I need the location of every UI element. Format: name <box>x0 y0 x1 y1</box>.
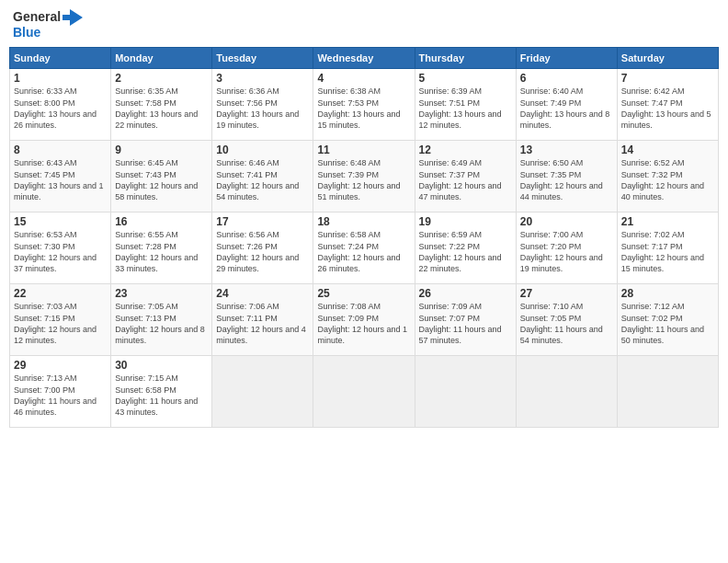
day-cell: 16Sunrise: 6:55 AMSunset: 7:28 PMDayligh… <box>111 213 212 284</box>
day-info: Sunrise: 7:08 AMSunset: 7:09 PMDaylight:… <box>317 301 410 346</box>
day-number: 11 <box>317 144 410 156</box>
day-number: 30 <box>115 359 208 372</box>
day-number: 20 <box>520 215 613 228</box>
day-number: 27 <box>520 287 613 300</box>
day-cell <box>516 356 617 428</box>
day-cell <box>212 356 313 428</box>
day-cell: 12Sunrise: 6:49 AMSunset: 7:37 PMDayligh… <box>415 141 516 213</box>
day-cell: 13Sunrise: 6:50 AMSunset: 7:35 PMDayligh… <box>516 141 617 213</box>
day-info: Sunrise: 7:05 AMSunset: 7:13 PMDaylight:… <box>115 301 208 346</box>
day-info: Sunrise: 6:42 AMSunset: 7:47 PMDaylight:… <box>621 86 714 131</box>
day-number: 12 <box>419 144 512 156</box>
day-info: Sunrise: 6:43 AMSunset: 7:45 PMDaylight:… <box>14 157 107 202</box>
day-number: 15 <box>14 215 107 228</box>
day-cell: 21Sunrise: 7:02 AMSunset: 7:17 PMDayligh… <box>617 213 718 284</box>
day-number: 19 <box>419 215 512 228</box>
day-cell: 27Sunrise: 7:10 AMSunset: 7:05 PMDayligh… <box>516 284 617 356</box>
day-number: 23 <box>115 287 208 300</box>
day-cell: 22Sunrise: 7:03 AMSunset: 7:15 PMDayligh… <box>10 284 111 356</box>
col-header-sunday: Sunday <box>10 48 111 69</box>
day-info: Sunrise: 6:35 AMSunset: 7:58 PMDaylight:… <box>115 86 208 131</box>
day-info: Sunrise: 7:12 AMSunset: 7:02 PMDaylight:… <box>621 301 714 346</box>
day-number: 3 <box>216 72 309 85</box>
day-info: Sunrise: 6:58 AMSunset: 7:24 PMDaylight:… <box>317 229 410 274</box>
page-header: General Blue <box>9 9 719 40</box>
day-info: Sunrise: 6:39 AMSunset: 7:51 PMDaylight:… <box>419 86 512 131</box>
day-info: Sunrise: 7:13 AMSunset: 7:00 PMDaylight:… <box>14 373 107 418</box>
day-cell: 14Sunrise: 6:52 AMSunset: 7:32 PMDayligh… <box>617 141 718 213</box>
week-row-1: 8Sunrise: 6:43 AMSunset: 7:45 PMDaylight… <box>10 141 719 213</box>
day-cell: 15Sunrise: 6:53 AMSunset: 7:30 PMDayligh… <box>10 213 111 284</box>
day-number: 10 <box>216 144 309 156</box>
day-number: 17 <box>216 215 309 228</box>
day-info: Sunrise: 6:38 AMSunset: 7:53 PMDaylight:… <box>317 86 410 131</box>
day-info: Sunrise: 7:09 AMSunset: 7:07 PMDaylight:… <box>419 301 512 346</box>
day-number: 14 <box>621 144 714 156</box>
day-info: Sunrise: 6:56 AMSunset: 7:26 PMDaylight:… <box>216 229 309 274</box>
day-number: 22 <box>14 287 107 300</box>
week-row-3: 22Sunrise: 7:03 AMSunset: 7:15 PMDayligh… <box>10 284 719 356</box>
day-cell: 3Sunrise: 6:36 AMSunset: 7:56 PMDaylight… <box>212 69 313 141</box>
day-cell: 6Sunrise: 6:40 AMSunset: 7:49 PMDaylight… <box>516 69 617 141</box>
day-info: Sunrise: 6:52 AMSunset: 7:32 PMDaylight:… <box>621 157 714 202</box>
day-cell <box>617 356 718 428</box>
day-cell: 24Sunrise: 7:06 AMSunset: 7:11 PMDayligh… <box>212 284 313 356</box>
day-cell: 1Sunrise: 6:33 AMSunset: 8:00 PMDaylight… <box>10 69 111 141</box>
header-row: SundayMondayTuesdayWednesdayThursdayFrid… <box>10 48 719 69</box>
day-cell: 8Sunrise: 6:43 AMSunset: 7:45 PMDaylight… <box>10 141 111 213</box>
day-number: 6 <box>520 72 613 85</box>
day-cell: 11Sunrise: 6:48 AMSunset: 7:39 PMDayligh… <box>313 141 415 213</box>
logo: General Blue <box>13 9 83 40</box>
day-info: Sunrise: 6:45 AMSunset: 7:43 PMDaylight:… <box>115 157 208 202</box>
logo-blue-text: Blue <box>13 26 83 40</box>
day-number: 7 <box>621 72 714 85</box>
day-cell: 25Sunrise: 7:08 AMSunset: 7:09 PMDayligh… <box>313 284 415 356</box>
day-info: Sunrise: 6:50 AMSunset: 7:35 PMDaylight:… <box>520 157 613 202</box>
col-header-saturday: Saturday <box>617 48 718 69</box>
day-cell: 30Sunrise: 7:15 AMSunset: 6:58 PMDayligh… <box>111 356 212 428</box>
day-info: Sunrise: 7:00 AMSunset: 7:20 PMDaylight:… <box>520 229 613 274</box>
day-info: Sunrise: 6:49 AMSunset: 7:37 PMDaylight:… <box>419 157 512 202</box>
day-info: Sunrise: 7:15 AMSunset: 6:58 PMDaylight:… <box>115 373 208 418</box>
day-cell: 26Sunrise: 7:09 AMSunset: 7:07 PMDayligh… <box>415 284 516 356</box>
day-number: 5 <box>419 72 512 85</box>
day-cell: 4Sunrise: 6:38 AMSunset: 7:53 PMDaylight… <box>313 69 415 141</box>
week-row-0: 1Sunrise: 6:33 AMSunset: 8:00 PMDaylight… <box>10 69 719 141</box>
day-number: 29 <box>14 359 107 372</box>
day-cell: 9Sunrise: 6:45 AMSunset: 7:43 PMDaylight… <box>111 141 212 213</box>
col-header-thursday: Thursday <box>415 48 516 69</box>
day-cell: 29Sunrise: 7:13 AMSunset: 7:00 PMDayligh… <box>10 356 111 428</box>
day-cell: 23Sunrise: 7:05 AMSunset: 7:13 PMDayligh… <box>111 284 212 356</box>
day-info: Sunrise: 6:46 AMSunset: 7:41 PMDaylight:… <box>216 157 309 202</box>
day-cell: 7Sunrise: 6:42 AMSunset: 7:47 PMDaylight… <box>617 69 718 141</box>
day-number: 13 <box>520 144 613 156</box>
day-info: Sunrise: 6:40 AMSunset: 7:49 PMDaylight:… <box>520 86 613 131</box>
day-cell: 5Sunrise: 6:39 AMSunset: 7:51 PMDaylight… <box>415 69 516 141</box>
day-number: 9 <box>115 144 208 156</box>
day-info: Sunrise: 6:48 AMSunset: 7:39 PMDaylight:… <box>317 157 410 202</box>
week-row-2: 15Sunrise: 6:53 AMSunset: 7:30 PMDayligh… <box>10 213 719 284</box>
day-number: 18 <box>317 215 410 228</box>
day-cell <box>313 356 415 428</box>
day-number: 26 <box>419 287 512 300</box>
day-number: 1 <box>14 72 107 85</box>
day-number: 21 <box>621 215 714 228</box>
day-info: Sunrise: 7:02 AMSunset: 7:17 PMDaylight:… <box>621 229 714 274</box>
day-number: 8 <box>14 144 107 156</box>
day-cell: 28Sunrise: 7:12 AMSunset: 7:02 PMDayligh… <box>617 284 718 356</box>
day-number: 2 <box>115 72 208 85</box>
col-header-tuesday: Tuesday <box>212 48 313 69</box>
day-number: 28 <box>621 287 714 300</box>
day-cell: 2Sunrise: 6:35 AMSunset: 7:58 PMDaylight… <box>111 69 212 141</box>
svg-marker-0 <box>63 9 83 26</box>
day-cell <box>415 356 516 428</box>
day-cell: 19Sunrise: 6:59 AMSunset: 7:22 PMDayligh… <box>415 213 516 284</box>
calendar-table: SundayMondayTuesdayWednesdayThursdayFrid… <box>9 47 719 428</box>
day-info: Sunrise: 6:53 AMSunset: 7:30 PMDaylight:… <box>14 229 107 274</box>
day-info: Sunrise: 6:33 AMSunset: 8:00 PMDaylight:… <box>14 86 107 131</box>
day-info: Sunrise: 6:36 AMSunset: 7:56 PMDaylight:… <box>216 86 309 131</box>
day-info: Sunrise: 7:10 AMSunset: 7:05 PMDaylight:… <box>520 301 613 346</box>
day-number: 4 <box>317 72 410 85</box>
day-cell: 18Sunrise: 6:58 AMSunset: 7:24 PMDayligh… <box>313 213 415 284</box>
col-header-friday: Friday <box>516 48 617 69</box>
